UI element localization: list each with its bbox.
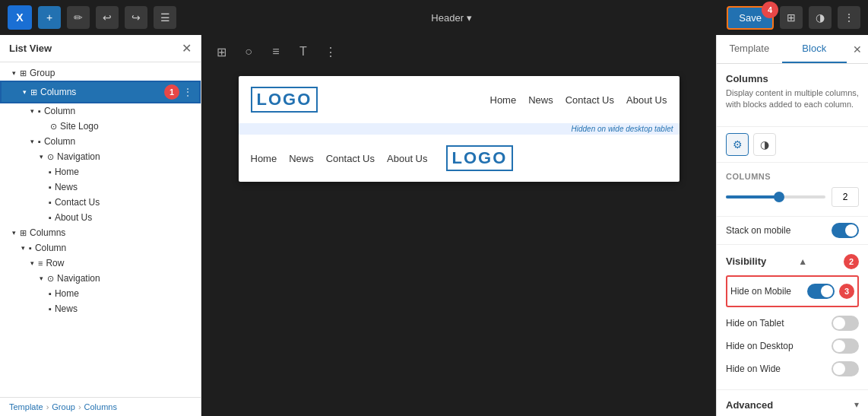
canvas-grid-button[interactable]: ⊞	[211, 41, 232, 62]
preview-nav-about[interactable]: About Us	[626, 94, 667, 106]
step3-badge: 3	[839, 284, 854, 299]
advanced-header[interactable]: Advanced ▾	[726, 399, 859, 411]
arrow-columns2: ▾	[9, 228, 18, 237]
nav1-icon: ⊙	[47, 152, 54, 162]
hide-on-desktop-toggle[interactable]	[832, 338, 859, 354]
columns2-label: Columns	[30, 227, 195, 238]
group-label: Group	[30, 68, 195, 78]
hide-on-tablet-toggle-thumb	[833, 317, 845, 329]
hide-on-mobile-toggle[interactable]	[807, 284, 835, 299]
visibility-arrow-icon: ▲	[798, 256, 807, 267]
toolbar-right: 4 Save ⊞ ◑ ⋮	[727, 6, 860, 30]
preview-nav-news[interactable]: News	[528, 94, 553, 106]
breadcrumb-sep2: ›	[78, 402, 81, 411]
arrow-nav1: ▾	[36, 152, 46, 161]
tree-item-navigation2[interactable]: ▾ ⊙ Navigation	[0, 271, 201, 286]
columns-slider-track[interactable]	[726, 195, 825, 198]
hide-on-tablet-label: Hide on Tablet	[726, 318, 784, 329]
canvas-circle-button[interactable]: ○	[238, 41, 259, 62]
tree-item-news1[interactable]: ▪ News	[0, 179, 201, 195]
redo-button[interactable]: ↪	[125, 6, 147, 29]
preview-nav-home[interactable]: Home	[490, 94, 517, 106]
arrow-group: ▾	[9, 68, 18, 78]
tree-item-contact-us[interactable]: ▪ Contact Us	[0, 195, 201, 210]
preview-nav2-contact[interactable]: Contact Us	[326, 153, 375, 164]
row-label: Row	[46, 258, 195, 268]
hide-on-mobile-toggle-thumb	[821, 285, 833, 297]
more-options-button[interactable]: ⋮	[838, 6, 860, 29]
preview-nav2-home[interactable]: Home	[251, 153, 277, 164]
tree-item-about-us1[interactable]: ▪ About Us	[0, 210, 201, 225]
arrow-column2: ▾	[27, 137, 36, 146]
list-button[interactable]: ☰	[154, 6, 176, 29]
arrow-column3: ▾	[18, 243, 27, 252]
columns-more-button[interactable]: ⋮	[182, 86, 193, 98]
top-toolbar: X + ✏ ↩ ↪ ☰ Header ▾ 4 Save ⊞ ◑ ⋮	[0, 0, 868, 35]
about-us1-icon: ▪	[49, 213, 52, 222]
column1-icon: ▪	[38, 106, 41, 116]
toolbar-center: Header ▾	[182, 12, 721, 24]
tree-item-columns[interactable]: ▾ ⊞ Columns 1 ⋮	[0, 81, 201, 103]
stack-mobile-toggle[interactable]	[832, 223, 859, 238]
column3-icon: ▪	[29, 243, 32, 252]
breadcrumb-group[interactable]: Group	[52, 402, 75, 411]
nav2-label: Navigation	[57, 273, 195, 284]
tree-item-news2[interactable]: ▪ News	[0, 301, 201, 316]
add-button[interactable]: +	[38, 6, 61, 29]
block-section-desc: Display content in multiple columns, wit…	[726, 87, 859, 111]
tab-block[interactable]: Block	[782, 35, 847, 63]
tree-item-columns2[interactable]: ▾ ⊞ Columns	[0, 225, 201, 240]
arrow-row: ▾	[27, 259, 36, 268]
columns2-icon: ⊞	[20, 228, 27, 238]
style-icon-button[interactable]: ◑	[753, 133, 776, 156]
theme-button[interactable]: ◑	[809, 6, 832, 29]
home2-icon: ▪	[49, 289, 52, 298]
close-list-view-button[interactable]: ✕	[182, 41, 192, 56]
breadcrumb-columns[interactable]: Columns	[84, 402, 117, 411]
main-area: List View ✕ ▾ ⊞ Group ▾ ⊞ Columns 1 ⋮	[0, 35, 868, 416]
tree-item-column1[interactable]: ▾ ▪ Column	[0, 103, 201, 119]
tree-item-column3[interactable]: ▾ ▪ Column	[0, 240, 201, 256]
hide-on-wide-toggle[interactable]	[832, 361, 859, 376]
tree-item-home2[interactable]: ▪ Home	[0, 286, 201, 301]
edit-button[interactable]: ✏	[67, 6, 90, 29]
visibility-header[interactable]: Visibility ▲ 2	[726, 254, 859, 269]
hide-on-mobile-label: Hide on Mobile	[730, 286, 791, 297]
preview-logo2: LOGO	[446, 145, 514, 171]
tree-area: ▾ ⊞ Group ▾ ⊞ Columns 1 ⋮ ▾ ▪ Column	[0, 62, 201, 397]
group-icon: ⊞	[20, 68, 27, 78]
preview-button[interactable]: ⊞	[780, 6, 803, 29]
news1-icon: ▪	[49, 183, 52, 192]
column3-label: Column	[35, 243, 195, 253]
canvas-text-button[interactable]: T	[293, 41, 314, 62]
tab-template[interactable]: Template	[717, 35, 782, 63]
page-preview: LOGO Home News Contact Us About Us Hidde…	[239, 76, 680, 182]
tree-item-group[interactable]: ▾ ⊞ Group	[0, 65, 201, 81]
header-dropdown-icon[interactable]: ▾	[467, 12, 472, 24]
site-logo-icon: ⊙	[50, 122, 57, 132]
undo-button[interactable]: ↩	[96, 6, 119, 29]
save-wrap: 4 Save	[727, 6, 774, 30]
settings-icon-button[interactable]: ⚙	[726, 133, 749, 156]
tree-item-home1[interactable]: ▪ Home	[0, 164, 201, 179]
arrow-column1: ▾	[27, 106, 36, 116]
news2-icon: ▪	[49, 304, 52, 313]
columns-slider-thumb[interactable]	[774, 192, 784, 202]
tree-item-site-logo[interactable]: ⊙ Site Logo	[0, 119, 201, 134]
stack-mobile-row: Stack on mobile	[717, 217, 868, 245]
tree-item-row[interactable]: ▾ ≡ Row	[0, 256, 201, 271]
tree-item-navigation1[interactable]: ▾ ⊙ Navigation	[0, 149, 201, 164]
preview-nav2-about[interactable]: About Us	[387, 153, 427, 164]
breadcrumb-template[interactable]: Template	[9, 402, 43, 411]
stack-mobile-toggle-thumb	[845, 224, 857, 237]
columns-slider-fill	[726, 195, 776, 198]
header-label: Header	[431, 12, 464, 24]
canvas-more-button[interactable]: ⋮	[320, 41, 341, 62]
hide-on-tablet-toggle[interactable]	[832, 316, 859, 331]
preview-nav-contact[interactable]: Contact Us	[565, 94, 614, 106]
close-right-panel-button[interactable]: ✕	[847, 37, 868, 62]
canvas-align-button[interactable]: ≡	[265, 41, 287, 62]
preview-nav2-news[interactable]: News	[289, 153, 314, 164]
tree-item-column2[interactable]: ▾ ▪ Column	[0, 134, 201, 149]
home1-label: Home	[55, 167, 195, 177]
